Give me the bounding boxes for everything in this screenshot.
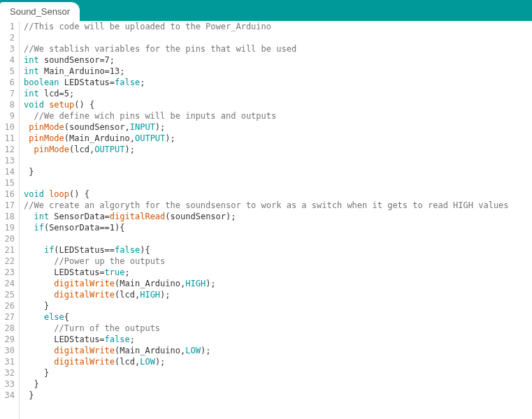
code-line[interactable]: int soundSensor=7; xyxy=(24,54,509,66)
line-number: 25 xyxy=(0,289,15,300)
line-number: 34 xyxy=(0,390,15,401)
code-line[interactable]: digitalWrite(lcd,HIGH); xyxy=(24,289,509,300)
line-number: 28 xyxy=(0,323,15,334)
code-line[interactable]: int Main_Arduino=13; xyxy=(24,66,509,77)
code-line[interactable]: } xyxy=(24,390,509,401)
code-line[interactable]: digitalWrite(lcd,LOW); xyxy=(24,356,509,367)
line-number: 13 xyxy=(0,155,15,166)
code-line[interactable]: digitalWrite(Main_Arduino,LOW); xyxy=(24,345,509,356)
line-number: 10 xyxy=(0,122,15,133)
code-line[interactable]: if(LEDStatus==false){ xyxy=(24,244,509,256)
line-number: 33 xyxy=(0,378,15,390)
code-line[interactable]: void setup() { xyxy=(24,99,509,110)
line-number: 15 xyxy=(0,177,15,189)
code-line[interactable] xyxy=(24,233,509,244)
line-number: 24 xyxy=(0,278,15,289)
line-number: 7 xyxy=(0,88,15,99)
code-line[interactable]: //Power up the outputs xyxy=(24,256,509,267)
line-number: 20 xyxy=(0,233,15,244)
line-number: 2 xyxy=(0,32,15,43)
line-number: 30 xyxy=(0,345,15,356)
line-number: 26 xyxy=(0,300,15,311)
code-editor[interactable]: 1234567891011121314151617181920212223242… xyxy=(0,21,532,419)
line-number: 16 xyxy=(0,189,15,200)
code-line[interactable]: digitalWrite(Main_Arduino,HIGH); xyxy=(24,278,509,289)
line-number: 4 xyxy=(0,54,15,66)
line-number: 22 xyxy=(0,256,15,267)
line-number: 1 xyxy=(0,21,15,32)
code-line[interactable]: } xyxy=(24,378,509,390)
line-number: 9 xyxy=(0,110,15,122)
line-number: 31 xyxy=(0,356,15,367)
line-number: 19 xyxy=(0,222,15,233)
code-line[interactable] xyxy=(24,177,509,189)
code-line[interactable]: if(SensorData==1){ xyxy=(24,222,509,233)
code-line[interactable]: //This code will be uploaded to the Powe… xyxy=(24,21,509,32)
line-number: 17 xyxy=(0,200,15,211)
line-number: 12 xyxy=(0,144,15,155)
line-number: 5 xyxy=(0,66,15,77)
code-line[interactable]: LEDStatus=false; xyxy=(24,334,509,345)
line-number: 6 xyxy=(0,77,15,88)
file-tab[interactable]: Sound_Sensor xyxy=(0,2,80,21)
code-line[interactable]: int SensorData=digitalRead(soundSensor); xyxy=(24,211,509,222)
code-line[interactable] xyxy=(24,155,509,166)
code-area[interactable]: //This code will be uploaded to the Powe… xyxy=(20,21,509,419)
line-gutter: 1234567891011121314151617181920212223242… xyxy=(0,21,20,419)
line-number: 14 xyxy=(0,166,15,177)
code-line[interactable]: //Turn of the outputs xyxy=(24,323,509,334)
line-number: 29 xyxy=(0,334,15,345)
line-number: 27 xyxy=(0,311,15,323)
line-number: 11 xyxy=(0,133,15,144)
line-number: 18 xyxy=(0,211,15,222)
line-number: 32 xyxy=(0,367,15,378)
code-line[interactable]: //We create an algoryth for the soundsen… xyxy=(24,200,509,211)
code-line[interactable]: } xyxy=(24,166,509,177)
code-line[interactable]: //We stablish variables for the pins tha… xyxy=(24,43,509,54)
code-line[interactable]: void loop() { xyxy=(24,189,509,200)
code-line[interactable]: } xyxy=(24,367,509,378)
line-number: 23 xyxy=(0,267,15,278)
code-line[interactable]: LEDStatus=true; xyxy=(24,267,509,278)
code-line[interactable]: pinMode(lcd,OUTPUT); xyxy=(24,144,509,155)
code-line[interactable]: boolean LEDStatus=false; xyxy=(24,77,509,88)
code-line[interactable]: else{ xyxy=(24,311,509,323)
code-line[interactable] xyxy=(24,32,509,43)
line-number: 8 xyxy=(0,99,15,110)
code-line[interactable]: pinMode(Main_Arduino,OUTPUT); xyxy=(24,133,509,144)
line-number: 21 xyxy=(0,244,15,256)
code-line[interactable]: pinMode(soundSensor,INPUT); xyxy=(24,122,509,133)
line-number: 3 xyxy=(0,43,15,54)
code-line[interactable]: } xyxy=(24,300,509,311)
tab-bar: Sound_Sensor xyxy=(0,0,532,21)
code-line[interactable]: //We define wich pins will be inputs and… xyxy=(24,110,509,122)
code-line[interactable]: int lcd=5; xyxy=(24,88,509,99)
